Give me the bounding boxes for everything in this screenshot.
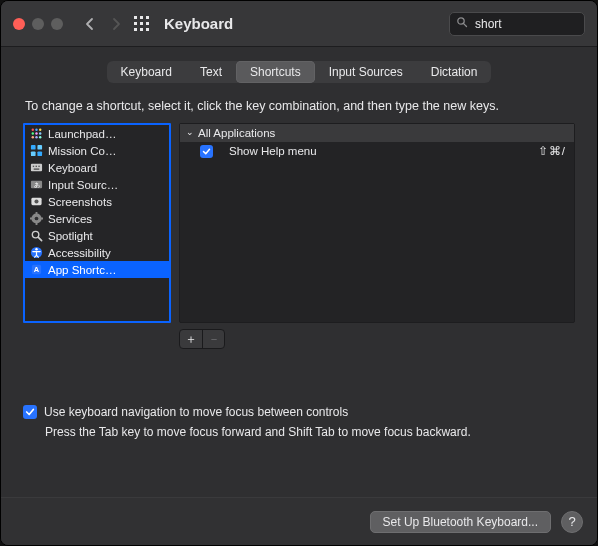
category-label: Launchpad… [48,128,116,140]
svg-rect-23 [37,151,42,156]
category-pane[interactable]: Launchpad…Mission Co…KeyboardあInput Sour… [23,123,171,323]
svg-point-32 [34,199,38,203]
category-label: Screenshots [48,196,112,208]
category-spotlight[interactable]: Spotlight [25,227,169,244]
group-header[interactable]: ⌄ All Applications [180,124,574,142]
svg-rect-5 [146,22,149,25]
svg-rect-26 [35,166,36,167]
services-icon [29,212,43,226]
setup-bluetooth-button[interactable]: Set Up Bluetooth Keyboard... [370,511,551,533]
back-button[interactable] [77,11,103,37]
row-checkbox[interactable] [200,145,213,158]
spotlight-icon [29,229,43,243]
svg-rect-4 [140,22,143,25]
pane-body: KeyboardTextShortcutsInput SourcesDictat… [1,47,597,497]
keyboard-icon [29,161,43,175]
shortcut-label: Show Help menu [221,145,530,157]
tab-keyboard[interactable]: Keyboard [107,61,186,83]
svg-rect-1 [140,16,143,19]
accessibility-icon [29,246,43,260]
tab-input-sources[interactable]: Input Sources [315,61,417,83]
category-input[interactable]: あInput Sourc… [25,176,169,193]
category-label: Mission Co… [48,145,116,157]
svg-point-15 [35,132,37,134]
shortcut-keys: ⇧⌘/ [538,144,566,158]
launchpad-icon [29,127,43,141]
svg-rect-28 [33,168,39,169]
category-label: Input Sourc… [48,179,118,191]
appshort-icon: A [29,263,43,277]
category-label: Accessibility [48,247,111,259]
svg-rect-6 [134,28,137,31]
screenshot-icon [29,195,43,209]
category-services[interactable]: Services [25,210,169,227]
system-prefs-window: Keyboard ✕ KeyboardTextShortcutsInput So… [0,0,598,546]
close-button[interactable] [13,18,25,30]
category-screenshot[interactable]: Screenshots [25,193,169,210]
instruction-text: To change a shortcut, select it, click t… [25,99,575,113]
tabs: KeyboardTextShortcutsInput SourcesDictat… [23,61,575,83]
titlebar: Keyboard ✕ [1,1,597,47]
kbnav-hint: Press the Tab key to move focus forward … [45,425,575,439]
svg-point-34 [34,217,38,221]
tab-dictation[interactable]: Dictation [417,61,492,83]
shortcut-row[interactable]: Show Help menu⇧⌘/ [180,142,574,160]
minimize-button[interactable] [32,18,44,30]
svg-text:あ: あ [33,182,39,189]
add-button[interactable]: ＋ [180,330,202,348]
svg-text:A: A [33,265,39,274]
svg-point-17 [31,136,33,138]
svg-point-42 [35,248,37,250]
svg-point-13 [39,129,41,131]
category-label: Spotlight [48,230,93,242]
svg-rect-24 [30,164,41,171]
svg-point-16 [39,132,41,134]
svg-line-40 [38,237,41,240]
remove-button[interactable]: － [202,330,224,348]
disclosure-triangle-icon[interactable]: ⌄ [186,127,194,137]
search-icon [456,16,468,31]
kbnav-label: Use keyboard navigation to move focus be… [44,405,348,419]
svg-point-12 [35,129,37,131]
category-label: Services [48,213,92,225]
split-panes: Launchpad…Mission Co…KeyboardあInput Sour… [23,123,575,323]
category-keyboard[interactable]: Keyboard [25,159,169,176]
tab-text[interactable]: Text [186,61,236,83]
mission-icon [29,144,43,158]
svg-rect-0 [134,16,137,19]
svg-line-10 [464,24,467,27]
category-accessibility[interactable]: Accessibility [25,244,169,261]
svg-rect-2 [146,16,149,19]
svg-rect-21 [37,145,42,150]
svg-rect-22 [30,151,35,156]
window-controls [13,18,63,30]
category-mission[interactable]: Mission Co… [25,142,169,159]
search-field[interactable]: ✕ [449,12,585,36]
maximize-button[interactable] [51,18,63,30]
input-icon: あ [29,178,43,192]
window-title: Keyboard [164,15,233,32]
svg-point-18 [35,136,37,138]
footer: Set Up Bluetooth Keyboard... ? [1,497,597,545]
svg-rect-3 [134,22,137,25]
svg-rect-8 [146,28,149,31]
kbnav-checkbox[interactable] [23,405,37,419]
search-input[interactable] [473,16,598,32]
tab-shortcuts[interactable]: Shortcuts [236,61,315,83]
category-label: Keyboard [48,162,97,174]
svg-rect-27 [38,166,39,167]
shortcuts-pane[interactable]: ⌄ All Applications Show Help menu⇧⌘/ [179,123,575,323]
category-launchpad[interactable]: Launchpad… [25,125,169,142]
svg-point-11 [31,129,33,131]
forward-button[interactable] [103,11,129,37]
help-button[interactable]: ? [561,511,583,533]
svg-point-19 [39,136,41,138]
svg-point-14 [31,132,33,134]
kbnav-row: Use keyboard navigation to move focus be… [23,405,575,419]
show-all-icon[interactable] [133,15,150,32]
svg-rect-25 [32,166,33,167]
svg-rect-7 [140,28,143,31]
add-remove-controls: ＋ － [179,329,575,349]
category-appshort[interactable]: AApp Shortc… [25,261,169,278]
category-label: App Shortc… [48,264,116,276]
